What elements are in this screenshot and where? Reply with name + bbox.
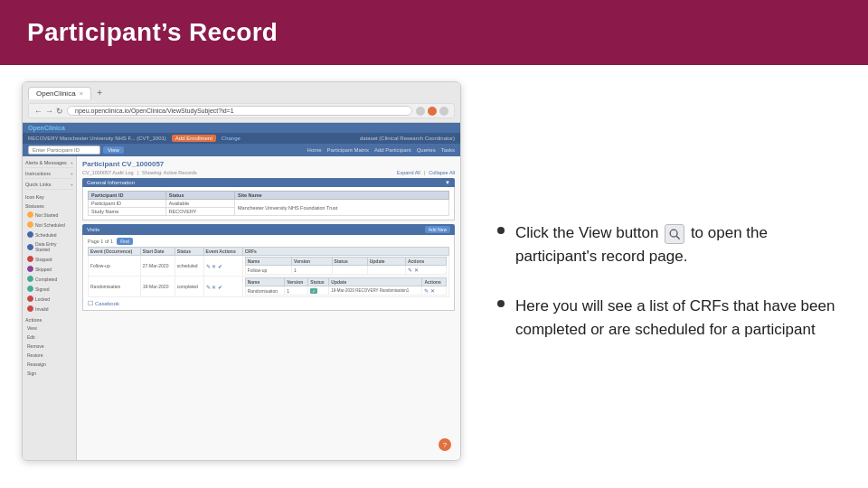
- sidebar-status-signed-label: Signed: [35, 286, 50, 292]
- th-event: Event (Occurrence): [89, 248, 141, 256]
- tab-close-icon[interactable]: ×: [80, 89, 84, 98]
- find-button[interactable]: Find: [117, 238, 133, 245]
- general-info-bar: General Information ▼: [82, 178, 455, 187]
- crf-action-icon[interactable]: ✎ ✕: [424, 288, 435, 294]
- visits-bar: Visits Add New: [82, 224, 455, 235]
- oc-logo-clinica: Clinica: [44, 125, 65, 131]
- status-dot-signed: [27, 286, 33, 292]
- sidebar-action-remove[interactable]: Remove: [25, 343, 73, 350]
- expand-all-link[interactable]: Expand All: [397, 170, 420, 175]
- sidebar-icon-key-label: Icon Key: [25, 194, 73, 200]
- crf-th-update: Update: [329, 278, 422, 286]
- sidebar-alerts-expand[interactable]: +: [70, 160, 73, 165]
- sidebar-action-view[interactable]: View: [25, 324, 73, 332]
- breadcrumb-audit-log[interactable]: CV_1000057 Audit Log: [82, 170, 134, 175]
- sidebar-quick-links-label: Quick Links: [25, 182, 51, 187]
- nav-add-participant[interactable]: Add Participant: [374, 147, 411, 153]
- back-icon[interactable]: ←: [34, 107, 42, 116]
- sidebar-status-not-scheduled: Not Scheduled: [25, 221, 73, 229]
- td-site-name-value: Manchester University NHS Foundation Tru…: [235, 200, 449, 216]
- tab-label: OpenClinica: [36, 89, 76, 98]
- table-row: Follow-up 27-Mar-2020 scheduled ✎ ✕ ✔: [89, 256, 449, 277]
- casebook-checkbox[interactable]: ☐: [88, 300, 93, 307]
- sidebar-action-edit[interactable]: Edit: [25, 333, 73, 341]
- sidebar-status-skipped: Skipped: [25, 265, 73, 273]
- casebook-row: ☐ Casebook: [88, 300, 449, 307]
- oc-sidebar: Alerts & Messages + Instructions + Quick…: [23, 156, 77, 460]
- oc-app: OpenClinica RECOVERY Manchester Universi…: [23, 123, 460, 460]
- sidebar-quick-links-expand[interactable]: +: [70, 182, 73, 187]
- help-button[interactable]: ?: [439, 438, 451, 451]
- svg-line-1: [676, 236, 679, 239]
- bookmark-icon: [416, 107, 425, 116]
- oc-dataset-label: dataset (Clinical Research Coordinator): [360, 136, 455, 141]
- browser-chrome: OpenClinica × + ← → ↻ npeu.openclinica.i…: [23, 82, 460, 123]
- oc-logo: OpenClinica: [28, 125, 65, 131]
- crf-status: ✓: [308, 286, 329, 296]
- profile-icon: [428, 107, 437, 116]
- general-info-table: Participant ID Status Site Name Particip…: [88, 191, 449, 216]
- td-study-label: Study Name: [89, 208, 166, 216]
- text-panel: Click the View button to open the partic…: [479, 65, 868, 488]
- crf-actions: ✎ ✕: [405, 266, 446, 275]
- nav-arrows: ← → ↻: [34, 107, 63, 116]
- sidebar-statuses-label: Statuses: [25, 203, 73, 209]
- oc-study-info: RECOVERY Manchester University NHS F... …: [28, 136, 166, 141]
- oc-nav-bar: View Home Participant Matrix Add Partici…: [23, 144, 460, 156]
- th-site-name: Site Name: [235, 192, 449, 200]
- oc-top-links: Home Participant Matrix Add Participant …: [307, 147, 455, 153]
- visit-followup-crfs: Name Version Status Update Actions: [242, 256, 448, 277]
- magnifier-svg: [668, 228, 681, 240]
- visits-title: Visits: [87, 227, 99, 232]
- oc-view-button[interactable]: View: [103, 146, 124, 154]
- visit-followup-name: Follow-up: [89, 256, 141, 277]
- forward-icon[interactable]: →: [45, 107, 53, 116]
- oc-enrollment-badge[interactable]: Add Enrollment: [172, 135, 216, 142]
- new-tab-button[interactable]: +: [91, 86, 108, 99]
- add-new-button[interactable]: Add New: [425, 226, 450, 233]
- sidebar-instructions-expand[interactable]: +: [70, 171, 73, 176]
- sidebar-action-restore[interactable]: Restore: [25, 352, 73, 359]
- sidebar-instructions: Instructions +: [25, 171, 73, 179]
- status-complete-badge: ✓: [310, 288, 317, 294]
- sidebar-action-sign[interactable]: Sign: [25, 370, 73, 377]
- collapse-all-link[interactable]: Collapse All: [429, 170, 455, 175]
- sidebar-action-reassign[interactable]: Reassign: [25, 361, 73, 368]
- bullet-item-2: Here you will see a list of CRFs that ha…: [497, 295, 841, 341]
- nav-tasks[interactable]: Tasks: [441, 147, 455, 153]
- breadcrumb-showing: Showing: Active Records: [142, 170, 197, 175]
- action-pencil-icon[interactable]: ✎ ✕ ✔: [206, 264, 222, 269]
- page-title: Participant’s Record: [27, 18, 278, 47]
- crf-name: Randomisation: [245, 286, 285, 296]
- address-text: npeu.openclinica.io/OpenClinica/ViewStud…: [75, 108, 234, 114]
- crf-row: Randomisation 1 ✓ 19-Mar-2020 RECOVERY R…: [245, 286, 446, 296]
- sidebar-actions-label: Actions: [25, 317, 73, 323]
- crf-th-actions: Actions: [405, 258, 446, 266]
- randomisation-crf-table: Name Version Status Update Actions: [245, 277, 447, 296]
- crf-action-icon[interactable]: ✎ ✕: [408, 267, 419, 273]
- visits-section: Visits Add New Page 1 of 1 Find: [82, 224, 455, 311]
- crf-th-update: Update: [367, 258, 405, 266]
- sidebar-status-locked-label: Locked: [35, 296, 50, 302]
- address-bar[interactable]: npeu.openclinica.io/OpenClinica/ViewStud…: [67, 106, 412, 116]
- sidebar-status-skipped-label: Skipped: [35, 267, 52, 272]
- th-event-actions: Event Actions: [203, 248, 242, 256]
- refresh-icon[interactable]: ↻: [56, 107, 63, 116]
- general-info-collapse[interactable]: ▼: [445, 180, 450, 185]
- sidebar-status-locked: Locked: [25, 295, 73, 303]
- visit-randomisation-name: Randomisation: [89, 277, 141, 297]
- table-row: Randomisation 19-Mar-2020 completed ✎ ✕ …: [89, 277, 449, 297]
- oc-change-link[interactable]: Change: [222, 136, 241, 141]
- crf-row: Follow-up 1 ✎ ✕: [245, 266, 446, 275]
- bullet-text-2: Here you will see a list of CRFs that ha…: [515, 295, 841, 341]
- browser-tab[interactable]: OpenClinica ×: [28, 87, 91, 99]
- nav-queries[interactable]: Queries: [417, 147, 436, 153]
- sidebar-status-stopped-label: Stopped: [35, 257, 52, 262]
- nav-participant-matrix[interactable]: Participant Matrix: [327, 147, 369, 153]
- bullet-text-1: Click the View button to open the partic…: [515, 221, 841, 267]
- oc-main-area: Alerts & Messages + Instructions + Quick…: [23, 156, 460, 460]
- status-dot-completed: [27, 276, 33, 282]
- oc-participant-search[interactable]: [28, 145, 100, 155]
- nav-home[interactable]: Home: [307, 147, 322, 153]
- action-icons[interactable]: ✎ ✕ ✔: [206, 285, 222, 290]
